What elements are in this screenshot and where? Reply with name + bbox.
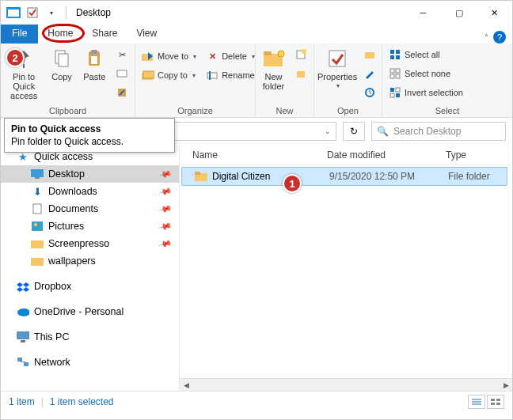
tab-home[interactable]: Home: [38, 25, 82, 44]
navigation-pane[interactable]: ★Quick access Desktop📌 ⬇Downloads📌 Docum…: [1, 145, 180, 391]
refresh-button[interactable]: ↻: [343, 122, 365, 141]
folder-icon: [31, 237, 44, 250]
tab-file[interactable]: File: [1, 25, 38, 44]
open-button[interactable]: [360, 47, 379, 62]
file-type: File folder: [448, 171, 507, 182]
file-row[interactable]: Digital Citizen 9/15/2020 12:50 PM File …: [181, 167, 507, 186]
paste-label: Paste: [83, 72, 105, 81]
paste-shortcut-button[interactable]: [112, 85, 131, 100]
sidebar-item-desktop[interactable]: Desktop📌: [1, 165, 179, 183]
collapse-ribbon-icon[interactable]: ˄: [484, 33, 488, 42]
path-icon: [116, 67, 128, 80]
column-headers[interactable]: Name Date modified Type: [180, 145, 512, 165]
desktop-icon: [31, 168, 44, 180]
copy-icon: [50, 47, 74, 70]
address-dropdown-icon[interactable]: ⌄: [325, 127, 331, 135]
select-none-button[interactable]: Select none: [386, 66, 466, 81]
properties-icon: [325, 47, 349, 70]
new-folder-button[interactable]: New folder: [259, 45, 288, 91]
sidebar-item-onedrive[interactable]: OneDrive - Personal: [1, 303, 179, 320]
group-label-open: Open: [317, 104, 378, 117]
svg-rect-39: [35, 177, 40, 179]
pin-icon: 📌: [158, 236, 173, 251]
svg-rect-28: [396, 55, 400, 59]
properties-qat-icon[interactable]: [25, 5, 40, 21]
sidebar-item-pictures[interactable]: Pictures📌: [1, 218, 179, 235]
svg-rect-48: [17, 358, 22, 361]
edit-button[interactable]: [360, 66, 379, 81]
file-date: 9/15/2020 12:50 PM: [329, 171, 448, 182]
close-button[interactable]: ✕: [477, 2, 512, 24]
svg-line-50: [20, 361, 26, 362]
paste-icon: [82, 47, 106, 70]
new-item-button[interactable]: [291, 47, 310, 62]
horizontal-scrollbar[interactable]: ◀ ▶: [180, 378, 512, 391]
sidebar-item-network[interactable]: Network: [1, 354, 179, 371]
svg-rect-41: [32, 221, 43, 231]
tooltip-title: Pin to Quick access: [11, 123, 168, 134]
ribbon: Pin to Quick access Copy Paste ✂ Clipboa…: [1, 44, 512, 118]
help-icon[interactable]: ?: [493, 31, 506, 44]
tab-view[interactable]: View: [127, 25, 166, 44]
chevron-down-icon: ▾: [336, 83, 340, 90]
scroll-right-icon[interactable]: ▶: [500, 380, 512, 391]
moveto-icon: [142, 50, 154, 62]
delete-button[interactable]: ✕Delete▾: [203, 48, 258, 64]
pictures-icon: [31, 220, 44, 233]
annotation-callout-2: 2: [6, 48, 25, 67]
folder-new-icon: [262, 47, 286, 70]
copy-to-button[interactable]: Copy to▾: [139, 67, 200, 83]
move-to-button[interactable]: Move to▾: [139, 48, 200, 64]
svg-rect-9: [117, 70, 127, 77]
view-thumbnails-button[interactable]: [487, 395, 504, 409]
minimize-button[interactable]: ─: [405, 2, 441, 24]
rename-button[interactable]: Rename: [203, 67, 258, 83]
sidebar-item-dropbox[interactable]: Dropbox: [1, 278, 179, 295]
column-date[interactable]: Date modified: [327, 149, 446, 161]
history-button[interactable]: [360, 85, 379, 100]
paste-button[interactable]: Paste: [80, 45, 109, 81]
qat-dropdown-icon[interactable]: ▾: [44, 5, 59, 21]
svg-point-18: [278, 51, 284, 57]
maximize-button[interactable]: ▢: [441, 2, 477, 24]
cut-button[interactable]: ✂: [112, 47, 131, 62]
sidebar-item-screenpresso[interactable]: Screenpresso📌: [1, 235, 179, 252]
thispc-icon: [17, 331, 29, 343]
svg-rect-47: [21, 340, 25, 342]
divider: |: [41, 396, 44, 407]
svg-rect-21: [297, 71, 305, 78]
chevron-down-icon: ▾: [192, 72, 196, 79]
tab-share[interactable]: Share: [82, 25, 127, 44]
sidebar-item-thispc[interactable]: This PC: [1, 328, 179, 346]
column-type[interactable]: Type: [446, 149, 512, 161]
status-bar: 1 item | 1 item selected: [1, 391, 512, 411]
svg-rect-40: [33, 204, 41, 214]
view-details-button[interactable]: [468, 395, 485, 409]
properties-button[interactable]: Properties ▾: [317, 45, 357, 90]
copy-path-button[interactable]: [112, 66, 131, 81]
svg-rect-44: [31, 258, 44, 266]
sidebar-item-wallpapers[interactable]: wallpapers: [1, 252, 179, 270]
chevron-down-icon: ▾: [193, 53, 196, 60]
column-name[interactable]: Name: [192, 149, 327, 161]
pin-icon: 📌: [158, 202, 173, 216]
scroll-left-icon[interactable]: ◀: [180, 380, 192, 391]
easy-access-button[interactable]: [291, 66, 310, 81]
svg-rect-8: [91, 56, 97, 64]
sidebar-item-documents[interactable]: Documents📌: [1, 200, 179, 218]
svg-rect-49: [24, 362, 28, 366]
group-new: New folder New: [256, 44, 314, 117]
group-organize: Move to▾ Copy to▾ ✕Delete▾ Rename Organi…: [135, 44, 256, 117]
copyto-icon: [142, 69, 154, 81]
search-icon: 🔍: [377, 126, 389, 137]
svg-rect-27: [390, 55, 394, 59]
svg-rect-36: [390, 93, 394, 97]
pin-icon: 📌: [158, 167, 173, 181]
search-input[interactable]: 🔍 Search Desktop: [371, 122, 506, 141]
invert-selection-button[interactable]: Invert selection: [386, 85, 466, 100]
copy-button[interactable]: Copy: [47, 45, 76, 81]
sidebar-item-downloads[interactable]: ⬇Downloads📌: [1, 183, 179, 200]
status-item-count: 1 item: [9, 396, 35, 407]
select-all-button[interactable]: Select all: [386, 47, 466, 62]
svg-rect-17: [264, 51, 272, 55]
